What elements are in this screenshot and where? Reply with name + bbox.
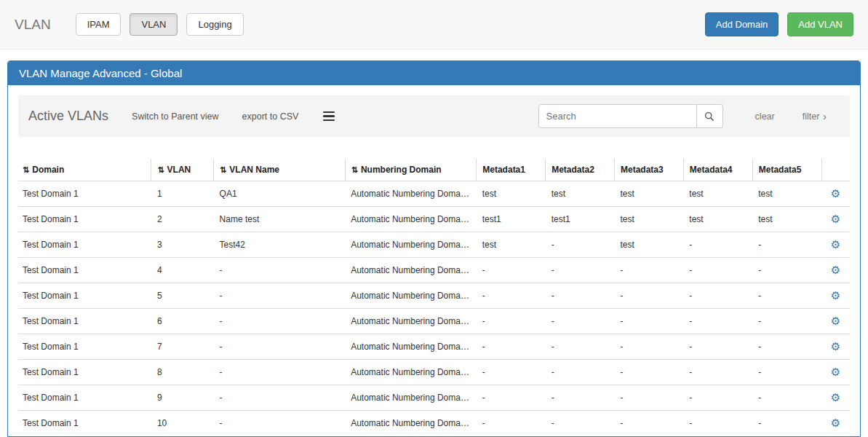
table-cell: Automatic Numbering Doma… xyxy=(345,207,477,232)
gear-icon[interactable]: ⚙ xyxy=(831,340,840,353)
gear-icon[interactable]: ⚙ xyxy=(831,417,840,429)
table-cell: 8 xyxy=(151,360,214,385)
column-label: Metadata4 xyxy=(690,165,733,175)
table-cell: - xyxy=(615,411,684,436)
table-toolbar: Active VLANs Switch to Parent view expor… xyxy=(18,95,850,137)
table-cell: - xyxy=(752,334,821,360)
table-cell: - xyxy=(752,258,821,283)
table-row: Test Domain 11QA1Automatic Numbering Dom… xyxy=(18,181,850,207)
menu-icon[interactable] xyxy=(322,109,336,125)
column-header-domain[interactable]: ⇅Domain xyxy=(18,159,151,181)
table-cell: - xyxy=(683,283,752,309)
table-cell: - xyxy=(683,309,752,334)
table-cell: - xyxy=(214,385,346,411)
table-cell: - xyxy=(615,309,684,334)
table-cell: Automatic Numbering Doma… xyxy=(345,385,477,411)
table-row: Test Domain 14-Automatic Numbering Doma…… xyxy=(18,258,850,283)
gear-icon[interactable]: ⚙ xyxy=(831,187,840,200)
search-button[interactable] xyxy=(697,104,723,128)
table-cell: - xyxy=(546,411,615,436)
actions-cell: ⚙ xyxy=(821,283,850,309)
table-cell: 7 xyxy=(151,334,214,360)
actions-cell: ⚙ xyxy=(821,181,850,207)
table-cell: test xyxy=(683,181,752,207)
column-label: VLAN xyxy=(167,165,191,175)
table-cell: test1 xyxy=(477,207,546,232)
table-cell: Automatic Numbering Doma… xyxy=(345,283,477,309)
table-cell: Test Domain 1 xyxy=(18,385,151,411)
table-cell: - xyxy=(546,309,615,334)
table-cell: 1 xyxy=(151,181,214,207)
table-row: Test Domain 13Test42Automatic Numbering … xyxy=(18,232,850,258)
gear-icon[interactable]: ⚙ xyxy=(831,391,840,403)
vlan-manage-panel: VLAN Manage Advanced - Global Active VLA… xyxy=(7,60,861,437)
table-cell: - xyxy=(683,334,752,360)
top-navigation-bar: VLAN IPAMVLANLogging Add Domain Add VLAN xyxy=(0,0,868,50)
export-csv-link[interactable]: export to CSV xyxy=(242,111,299,122)
column-label: Domain xyxy=(32,165,64,175)
table-cell: test xyxy=(683,207,752,232)
nav-buttons: IPAMVLANLogging xyxy=(76,13,252,36)
column-label: Metadata1 xyxy=(482,165,525,175)
nav-button-ipam[interactable]: IPAM xyxy=(76,13,122,36)
table-cell: - xyxy=(214,283,346,309)
nav-button-logging[interactable]: Logging xyxy=(186,13,243,36)
table-cell: - xyxy=(752,283,821,309)
table-cell: - xyxy=(683,360,752,385)
actions-cell: ⚙ xyxy=(821,411,850,436)
table-cell: - xyxy=(546,283,615,309)
switch-parent-view-link[interactable]: Switch to Parent view xyxy=(132,111,219,122)
column-header-vlan[interactable]: ⇅VLAN xyxy=(151,159,214,181)
table-cell: Automatic Numbering Doma… xyxy=(345,411,477,436)
column-header-numbering-domain[interactable]: ⇅Numbering Domain xyxy=(345,159,477,181)
table-cell: test xyxy=(615,232,684,258)
column-label: Numbering Domain xyxy=(361,165,442,175)
gear-icon[interactable]: ⚙ xyxy=(831,213,840,225)
table-cell: Test Domain 1 xyxy=(18,309,151,334)
filter-link[interactable]: filter › xyxy=(803,111,827,122)
panel-heading: VLAN Manage Advanced - Global xyxy=(8,61,860,85)
table-cell: - xyxy=(752,385,821,411)
actions-cell: ⚙ xyxy=(821,258,850,283)
add-domain-button[interactable]: Add Domain xyxy=(705,12,779,36)
table-cell: Test Domain 1 xyxy=(18,360,151,385)
table-cell: - xyxy=(477,411,546,436)
gear-icon[interactable]: ⚙ xyxy=(831,264,840,276)
table-cell: - xyxy=(615,385,684,411)
column-header-metadata4: Metadata4 xyxy=(683,159,752,181)
gear-icon[interactable]: ⚙ xyxy=(831,238,840,251)
table-row: Test Domain 18-Automatic Numbering Doma…… xyxy=(18,360,850,385)
table-cell: - xyxy=(683,258,752,283)
active-vlans-title: Active VLANs xyxy=(28,109,108,124)
table-cell: test1 xyxy=(546,207,615,232)
table-cell: 3 xyxy=(151,232,214,258)
search-input[interactable] xyxy=(538,104,697,128)
clear-link[interactable]: clear xyxy=(755,111,775,122)
actions-cell: ⚙ xyxy=(821,207,850,232)
table-cell: Test Domain 1 xyxy=(18,258,151,283)
table-cell: - xyxy=(752,360,821,385)
column-label: Metadata5 xyxy=(759,165,802,175)
add-vlan-button[interactable]: Add VLAN xyxy=(787,12,853,36)
table-cell: - xyxy=(477,334,546,360)
table-cell: - xyxy=(752,411,821,436)
gear-icon[interactable]: ⚙ xyxy=(831,366,840,378)
table-cell: - xyxy=(477,360,546,385)
table-cell: Test42 xyxy=(214,232,346,258)
nav-button-vlan[interactable]: VLAN xyxy=(130,13,178,36)
table-row: Test Domain 15-Automatic Numbering Doma…… xyxy=(18,283,850,309)
table-cell: test xyxy=(752,181,821,207)
sort-icon: ⇅ xyxy=(157,165,164,174)
search-group xyxy=(538,104,723,128)
actions-cell: ⚙ xyxy=(821,334,850,360)
table-cell: Name test xyxy=(214,207,346,232)
gear-icon[interactable]: ⚙ xyxy=(831,315,840,327)
table-cell: - xyxy=(477,283,546,309)
search-icon xyxy=(704,111,714,122)
column-label: Metadata2 xyxy=(552,165,594,175)
gear-icon[interactable]: ⚙ xyxy=(831,289,840,302)
column-header-vlan-name[interactable]: ⇅VLAN Name xyxy=(214,159,346,181)
table-cell: 10 xyxy=(151,411,214,436)
panel-body: Active VLANs Switch to Parent view expor… xyxy=(8,85,860,436)
table-cell: Test Domain 1 xyxy=(18,283,151,309)
